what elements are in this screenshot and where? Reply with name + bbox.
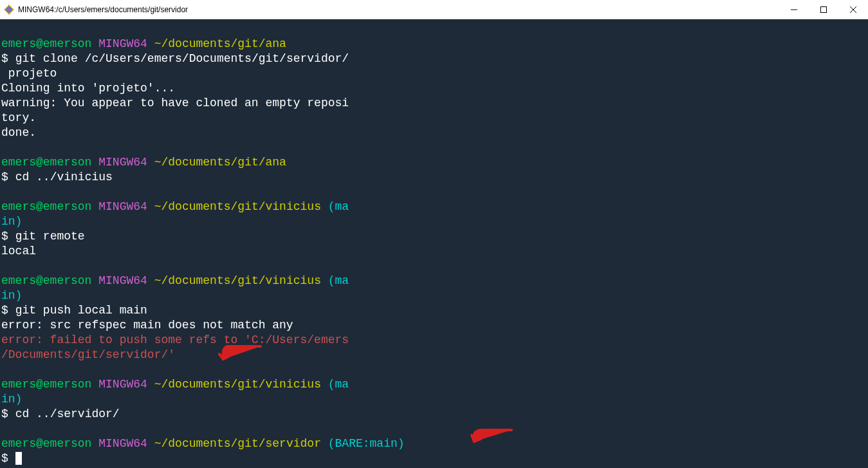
prompt-line: emers@emerson MINGW64 ~/documents/git/vi… <box>1 200 867 229</box>
prompt-line: emers@emerson MINGW64 ~/documents/git/vi… <box>1 377 867 407</box>
command-line: $ cd ../servidor/ <box>1 407 867 422</box>
command-line: $ git remote <box>1 229 867 244</box>
blank-line <box>1 362 867 377</box>
command-line: $ cd ../vinicius <box>1 170 867 185</box>
blank-line <box>1 140 867 155</box>
output-line: error: src refspec main does not match a… <box>1 318 867 333</box>
output-line: Cloning into 'projeto'... warning: You a… <box>1 81 867 140</box>
prompt-line: emers@emerson MINGW64 ~/documents/git/vi… <box>1 274 867 303</box>
command-line: $ <box>1 451 867 466</box>
window-title: MINGW64:/c/Users/emers/documents/git/ser… <box>18 5 188 14</box>
blank-line <box>1 422 867 436</box>
app-icon <box>4 5 14 15</box>
blank-line <box>1 185 867 200</box>
command-line: $ git push local main <box>1 303 867 318</box>
error-line: error: failed to push some refs to 'C:/U… <box>1 333 867 362</box>
svg-rect-1 <box>821 6 827 12</box>
close-button[interactable] <box>838 0 868 19</box>
output-line: local <box>1 244 867 259</box>
prompt-line: emers@emerson MINGW64 ~/documents/git/an… <box>1 37 867 51</box>
minimize-button[interactable] <box>779 0 809 19</box>
window-controls <box>779 0 868 19</box>
blank-line <box>1 259 867 274</box>
cursor <box>15 452 22 465</box>
prompt-line: emers@emerson MINGW64 ~/documents/git/se… <box>1 436 867 451</box>
terminal-area[interactable]: emers@emerson MINGW64 ~/documents/git/an… <box>0 19 868 468</box>
command-line: $ git clone /c/Users/emers/Documents/git… <box>1 51 867 81</box>
blank-line <box>1 22 867 37</box>
prompt-line: emers@emerson MINGW64 ~/documents/git/an… <box>1 155 867 170</box>
titlebar-left: MINGW64:/c/Users/emers/documents/git/ser… <box>0 5 188 15</box>
window-titlebar: MINGW64:/c/Users/emers/documents/git/ser… <box>0 0 868 19</box>
maximize-button[interactable] <box>809 0 838 19</box>
